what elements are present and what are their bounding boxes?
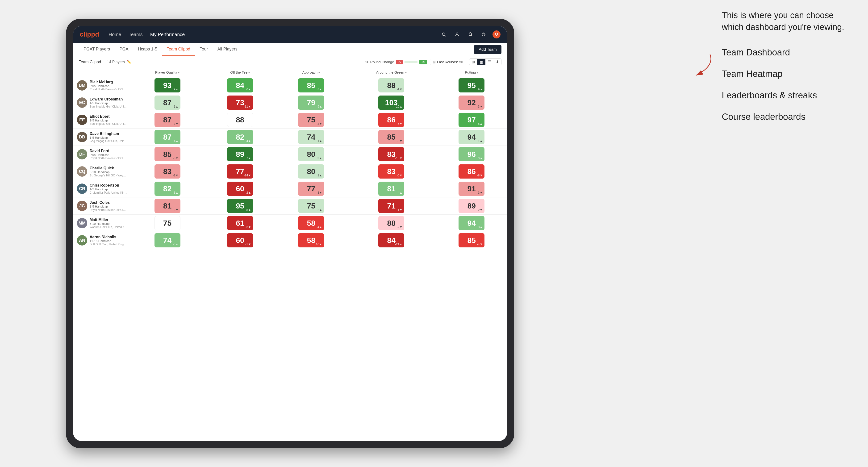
nav-link-home[interactable]: Home — [108, 32, 121, 37]
score-cell: 96 3▲ — [436, 146, 507, 163]
score-change: -3▼ — [316, 191, 322, 194]
view-list-button[interactable]: ☰ — [486, 59, 493, 65]
user-avatar[interactable]: U — [493, 30, 500, 38]
score-change: -6▼ — [397, 174, 402, 177]
score-cell: 91 -3▼ — [436, 180, 507, 197]
search-icon[interactable] — [440, 30, 448, 39]
score-value: 81 — [387, 184, 396, 193]
score-cell: 88 — [205, 111, 276, 129]
score-box: 74 1▲ — [298, 130, 324, 144]
tab-hcaps[interactable]: Hcaps 1-5 — [133, 43, 162, 56]
secondary-nav: PGAT Players PGA Hcaps 1-5 Team Clippd T… — [73, 43, 507, 56]
table-row[interactable]: CQ Charlie Quick 6-10 Handicap St. Georg… — [73, 163, 507, 180]
nav-link-my-performance[interactable]: My Performance — [150, 32, 185, 37]
score-value: 94 — [467, 133, 476, 142]
score-value: 75 — [307, 116, 315, 124]
score-change: -3▼ — [173, 174, 178, 177]
table-row[interactable]: DB Dave Billingham 1-5 Handicap Gog Mago… — [73, 129, 507, 146]
score-change: 1▲ — [317, 139, 322, 143]
score-cell: 97 5▲ — [436, 111, 507, 129]
edit-team-icon[interactable]: ✏️ — [127, 60, 131, 64]
team-separator: | — [102, 60, 106, 64]
column-header-player — [73, 68, 130, 77]
top-nav-bar: clippd Home Teams My Performance — [73, 26, 507, 43]
table-row[interactable]: MM Matt Miller 6-10 Handicap Woburn Golf… — [73, 215, 507, 232]
score-value: 58 — [307, 236, 315, 245]
table-row[interactable]: DF David Ford Plus Handicap Royal North … — [73, 146, 507, 163]
score-cell: 60 -1▼ — [205, 232, 276, 249]
score-cell: 81 -3▼ — [130, 197, 205, 215]
player-handicap: Plus Handicap — [90, 84, 127, 88]
view-heatmap-button[interactable]: ▦ — [477, 59, 486, 65]
score-value: 75 — [163, 219, 172, 228]
score-value: 95 — [236, 201, 244, 210]
add-team-button[interactable]: Add Team — [474, 45, 501, 54]
player-name: Dave Billingham — [90, 132, 127, 136]
table-row[interactable]: JC Josh Coles 1-5 Handicap Royal North D… — [73, 197, 507, 215]
bell-icon[interactable] — [466, 30, 474, 39]
score-value: 83 — [387, 150, 396, 159]
score-value: 93 — [163, 81, 172, 90]
player-club: St. George's Hill GC - Weybridge - Surre… — [90, 174, 127, 177]
score-change: -3▼ — [173, 208, 178, 212]
view-options-button[interactable]: ⬇ — [493, 59, 501, 65]
player-info-cell: DF David Ford Plus Handicap Royal North … — [73, 146, 130, 163]
table-row[interactable]: AN Aaron Nicholls 11-15 Handicap Drift G… — [73, 232, 507, 249]
score-box: 71 -11▼ — [378, 199, 404, 213]
col-label-green: Around the Green — [376, 70, 404, 74]
score-cell: 95 9▲ — [436, 77, 507, 94]
score-value: 88 — [387, 81, 396, 90]
user-icon[interactable] — [453, 30, 461, 39]
column-header-putting[interactable]: Putting ▾ — [436, 68, 507, 77]
table-row[interactable]: EC Edward Crossman 1-5 Handicap Sunningd… — [73, 94, 507, 111]
score-cell: 87 1▲ — [130, 94, 205, 111]
settings-icon[interactable] — [479, 30, 488, 39]
score-cell: 92 -3▼ — [436, 94, 507, 111]
nav-link-teams[interactable]: Teams — [129, 32, 143, 37]
score-change: 2▲ — [317, 208, 322, 212]
player-handicap: 6-10 Handicap — [90, 170, 127, 174]
score-value: 87 — [163, 98, 172, 107]
score-change: -3▲ — [173, 191, 178, 194]
score-cell: 75 -3▼ — [276, 111, 346, 129]
score-value: 74 — [307, 133, 315, 142]
tab-all-players[interactable]: All Players — [213, 43, 242, 56]
col-label-quality: Player Quality — [155, 70, 177, 74]
last-rounds-button[interactable]: ⊞ Last Rounds: 20 — [430, 59, 466, 65]
score-cell: 85 -3▼ — [130, 146, 205, 163]
column-header-green[interactable]: Around the Green ▾ — [347, 68, 436, 77]
score-value: 96 — [467, 150, 476, 159]
player-info-cell: AN Aaron Nicholls 11-15 Handicap Drift G… — [73, 232, 130, 249]
tab-pgat-players[interactable]: PGAT Players — [79, 43, 115, 56]
tab-team-clippd[interactable]: Team Clippd — [162, 43, 195, 56]
score-cell: 75 2▲ — [276, 197, 346, 215]
table-row[interactable]: EE Elliot Ebert 1-5 Handicap Sunningdale… — [73, 111, 507, 129]
score-change: -6▼ — [397, 122, 402, 125]
col-sort-tee: ▾ — [248, 71, 250, 74]
score-value: 73 — [236, 98, 244, 107]
tab-tour[interactable]: Tour — [195, 43, 213, 56]
column-header-quality[interactable]: Player Quality ▾ — [130, 68, 205, 77]
player-club: Royal North Devon Golf Club, United King… — [90, 208, 127, 212]
column-header-tee[interactable]: Off the Tee ▾ — [205, 68, 276, 77]
score-box: 92 -3▼ — [459, 96, 485, 110]
col-label-approach: Approach — [302, 70, 317, 74]
score-cell: 85 8▲ — [276, 77, 346, 94]
table-row[interactable]: BM Blair McHarg Plus Handicap Royal Nort… — [73, 77, 507, 94]
app-logo: clippd — [80, 31, 99, 38]
score-value: 80 — [307, 167, 315, 176]
player-avatar: EE — [77, 115, 87, 125]
player-handicap: 11-15 Handicap — [90, 239, 127, 243]
player-name: David Ford — [90, 149, 127, 153]
tab-pga[interactable]: PGA — [115, 43, 133, 56]
player-name: Blair McHarg — [90, 80, 127, 84]
team-player-count: 14 Players — [107, 60, 125, 64]
table-row[interactable]: CR Chris Robertson 1-5 Handicap Craigmil… — [73, 180, 507, 197]
score-box: 94 1▲ — [459, 130, 485, 144]
score-cell: 89 -2▼ — [436, 197, 507, 215]
view-grid-button[interactable]: ⊞ — [469, 59, 477, 65]
score-change: -10▼ — [395, 156, 403, 160]
column-header-approach[interactable]: Approach ▾ — [276, 68, 346, 77]
score-box: 60 2▲ — [227, 182, 253, 196]
score-box: 94 3▲ — [459, 216, 485, 230]
